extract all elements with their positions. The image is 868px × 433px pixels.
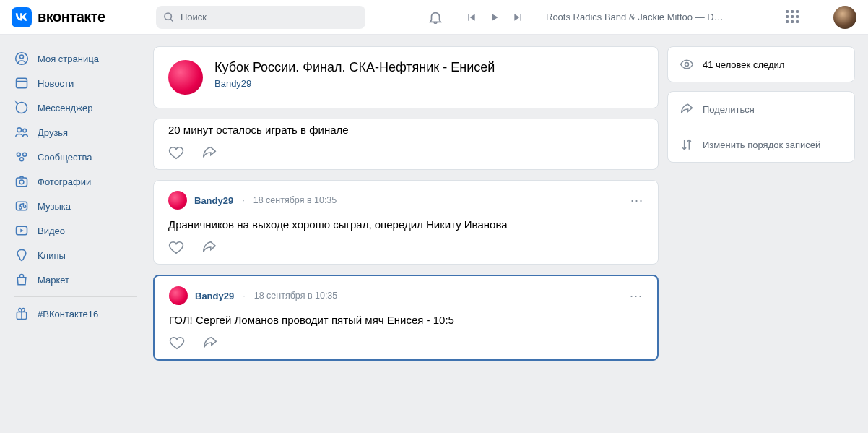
like-icon[interactable] — [169, 335, 185, 351]
post-more-icon[interactable]: ··· — [630, 197, 643, 204]
topic-header: Кубок России. Финал. СКА-Нефтяник - Енис… — [153, 46, 659, 108]
post-header: Bandy29 · 18 сентября в 10:35 ··· — [169, 286, 643, 305]
communities-icon — [14, 150, 29, 164]
eye-icon — [680, 57, 694, 72]
user-avatar[interactable] — [833, 6, 856, 29]
share-action[interactable]: Поделиться — [668, 92, 854, 127]
post-actions — [168, 145, 643, 160]
sidebar-item-video[interactable]: Видео — [7, 218, 144, 243]
sidebar-item-friends[interactable]: Друзья — [7, 120, 144, 145]
apps-grid-icon[interactable] — [786, 10, 800, 25]
sidebar-item-messenger[interactable]: Мессенджер — [7, 95, 144, 120]
post-avatar[interactable] — [168, 191, 187, 210]
group-avatar[interactable] — [168, 60, 203, 95]
sidebar-item-label: Моя страница — [38, 53, 99, 64]
followers-widget: 41 человек следил — [667, 46, 855, 82]
sidebar-item-photos[interactable]: Фотографии — [7, 169, 144, 194]
post-body: Драничников на выходе хорошо сыграл, опе… — [168, 217, 643, 232]
right-sidebar: 41 человек следил Поделиться Изменить по… — [667, 46, 855, 371]
share-icon[interactable] — [201, 239, 217, 255]
post-actions — [169, 335, 643, 351]
post-actions — [168, 239, 643, 255]
profile-icon — [14, 51, 29, 66]
post-body: ГОЛ! Сергей Ломанов проводит пятый мяч Е… — [169, 312, 643, 327]
svg-rect-11 — [17, 178, 27, 187]
svg-point-3 — [20, 55, 24, 59]
search-input[interactable]: Поиск — [156, 6, 365, 29]
sidebar-item-label: Клипы — [38, 250, 66, 261]
sidebar-item-music[interactable]: Музыка — [7, 194, 144, 218]
post: Bandy29 · 18 сентября в 10:35 ··· Дранич… — [153, 180, 659, 265]
logo[interactable]: вконтакте — [12, 7, 156, 27]
logo-text: вконтакте — [38, 9, 105, 25]
vk-logo-icon — [12, 7, 32, 27]
sidebar-item-news[interactable]: Новости — [7, 71, 144, 95]
svg-rect-4 — [17, 78, 27, 87]
share-icon[interactable] — [201, 145, 217, 160]
sidebar-item-label: Фотографии — [38, 176, 91, 187]
post-date: 18 сентября в 10:35 — [253, 195, 337, 205]
post-more-icon[interactable]: ··· — [630, 292, 643, 299]
topic-author-link[interactable]: Bandy29 — [214, 78, 495, 89]
messenger-icon — [14, 100, 29, 115]
svg-point-9 — [23, 153, 27, 156]
photos-icon — [14, 174, 29, 189]
reorder-text: Изменить порядок записей — [703, 140, 820, 150]
reorder-action[interactable]: Изменить порядок записей — [668, 127, 854, 162]
post-highlighted: Bandy29 · 18 сентября в 10:35 ··· ГОЛ! С… — [153, 275, 659, 361]
main-content: Кубок России. Финал. СКА-Нефтяник - Енис… — [153, 46, 659, 371]
sidebar-item-label: #ВКонтакте16 — [38, 309, 98, 320]
like-icon[interactable] — [168, 239, 184, 255]
svg-point-0 — [165, 13, 171, 20]
share-icon[interactable] — [202, 335, 218, 351]
post-dot: · — [242, 195, 244, 205]
header-controls: Roots Radics Band & Jackie Mittoo — D… — [428, 6, 856, 29]
post: 20 минут осталось играть в финале — [153, 119, 659, 170]
topic-title: Кубок России. Финал. СКА-Нефтяник - Енис… — [214, 60, 495, 75]
svg-point-8 — [17, 153, 20, 156]
sidebar-item-clips[interactable]: Клипы — [7, 243, 144, 267]
sidebar-item-communities[interactable]: Сообщества — [7, 145, 144, 169]
svg-point-12 — [19, 180, 24, 184]
play-icon[interactable] — [490, 12, 500, 22]
followers-text: 41 человек следил — [703, 59, 784, 70]
sidebar-item-label: Маркет — [38, 275, 69, 286]
friends-icon — [14, 125, 29, 140]
post-dot: · — [243, 291, 245, 301]
svg-line-1 — [170, 19, 173, 21]
like-icon[interactable] — [168, 145, 184, 160]
bell-icon[interactable] — [428, 9, 443, 25]
actions-widget: Поделиться Изменить порядок записей — [667, 91, 855, 163]
sidebar-nav: Моя страница Новости Мессенджер Друзья С… — [7, 46, 144, 371]
post-author-link[interactable]: Bandy29 — [195, 291, 234, 301]
share-icon — [680, 102, 694, 116]
svg-point-17 — [685, 63, 689, 67]
sidebar-divider — [14, 296, 137, 297]
post-author-link[interactable]: Bandy29 — [194, 195, 233, 206]
sidebar-item-hashtag[interactable]: #ВКонтакте16 — [7, 301, 144, 326]
search-icon — [163, 12, 175, 23]
sidebar-item-profile[interactable]: Моя страница — [7, 46, 144, 71]
post-avatar[interactable] — [169, 286, 188, 305]
sidebar-item-label: Видео — [38, 226, 65, 236]
news-icon — [14, 76, 29, 90]
music-icon — [14, 199, 29, 213]
sidebar-item-label: Сообщества — [38, 152, 92, 163]
share-text: Поделиться — [703, 104, 755, 115]
svg-point-6 — [17, 128, 22, 132]
now-playing-text[interactable]: Roots Radics Band & Jackie Mittoo — D… — [546, 12, 755, 22]
sidebar-item-market[interactable]: Маркет — [7, 267, 144, 292]
followers-count[interactable]: 41 человек следил — [668, 47, 854, 82]
svg-point-10 — [20, 158, 24, 161]
video-icon — [14, 223, 29, 238]
svg-point-7 — [23, 129, 27, 132]
next-track-icon[interactable] — [513, 12, 523, 22]
prev-track-icon[interactable] — [466, 12, 477, 22]
gift-icon — [14, 306, 29, 321]
top-header: вконтакте Поиск Roots Radics Band & Jack… — [0, 0, 868, 35]
sidebar-item-label: Новости — [38, 78, 74, 89]
search-placeholder: Поиск — [181, 12, 207, 22]
sidebar-item-label: Мессенджер — [38, 103, 92, 113]
player-controls — [466, 12, 523, 22]
post-date: 18 сентября в 10:35 — [254, 291, 338, 301]
